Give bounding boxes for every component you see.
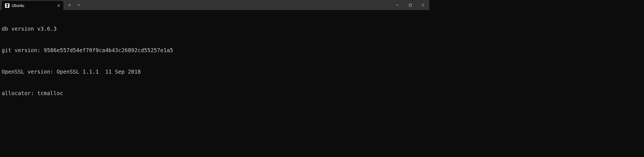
plus-icon bbox=[68, 3, 71, 7]
ubuntu-icon bbox=[5, 3, 9, 8]
minimize-icon bbox=[396, 4, 399, 7]
svg-rect-2 bbox=[409, 4, 411, 6]
chevron-down-icon bbox=[77, 3, 81, 7]
maximize-icon bbox=[409, 4, 412, 7]
new-tab-button[interactable] bbox=[66, 1, 73, 9]
tab-ubuntu[interactable]: Ubuntu bbox=[2, 1, 63, 10]
output-line: allocator: tcmalloc bbox=[2, 90, 428, 97]
tab-actions bbox=[63, 0, 83, 10]
titlebar: Ubuntu bbox=[0, 0, 429, 10]
maximize-button[interactable] bbox=[404, 0, 417, 10]
tab-title: Ubuntu bbox=[12, 3, 54, 8]
terminal-body[interactable]: db version v3.6.3 git version: 9586e557d… bbox=[0, 10, 429, 105]
window-close-button[interactable] bbox=[417, 0, 429, 10]
output-line: git version: 9586e557d54ef70f9ca4b43c268… bbox=[2, 47, 428, 54]
close-icon bbox=[422, 4, 425, 7]
svg-point-1 bbox=[7, 4, 7, 5]
tab-close-button[interactable] bbox=[56, 3, 61, 8]
tab-dropdown-button[interactable] bbox=[75, 1, 83, 9]
titlebar-drag-area[interactable] bbox=[83, 0, 391, 10]
close-icon bbox=[57, 4, 60, 7]
minimize-button[interactable] bbox=[391, 0, 404, 10]
output-line: db version v3.6.3 bbox=[2, 25, 428, 33]
output-line: OpenSSL version: OpenSSL 1.1.1 11 Sep 20… bbox=[2, 68, 428, 76]
window-controls bbox=[391, 0, 429, 10]
